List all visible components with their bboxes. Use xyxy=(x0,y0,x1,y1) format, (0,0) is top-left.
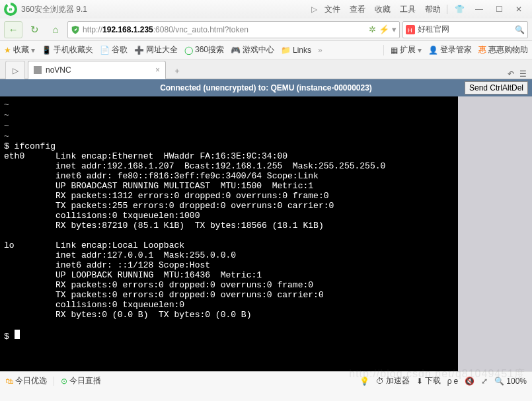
back-button[interactable]: ← xyxy=(4,21,22,38)
close-button[interactable]: ✕ xyxy=(510,3,528,16)
url-field[interactable]: http://192.168.1.235:6080/vnc_auto.html?… xyxy=(67,21,400,38)
bookmark-bar: ★收藏▾ 📱手机收藏夹 📄谷歌 ➕网址大全 ◯360搜索 🎮游戏中心 📁Link… xyxy=(0,41,532,59)
svg-rect-2 xyxy=(34,66,42,74)
menu-favorites[interactable]: 收藏 xyxy=(375,4,391,15)
bookmark-links[interactable]: 📁Links xyxy=(281,46,311,55)
compat-icon[interactable]: ✲ xyxy=(369,24,376,34)
minimize-button[interactable]: — xyxy=(470,3,488,16)
status-today-picks[interactable]: 🛍今日优选 xyxy=(5,375,47,386)
extensions-button[interactable]: ▦扩展▾ xyxy=(391,44,422,55)
skin-button[interactable]: 👕 xyxy=(450,3,469,16)
window-titlebar: 360安全浏览器 9.1 ▷ 文件 查看 收藏 工具 帮助 👕 — ☐ ✕ xyxy=(0,0,532,18)
tab-novnc[interactable]: noVNC × xyxy=(28,61,166,79)
browser-status-bar: 🛍今日优选 ⊙今日直播 💡 ⏱加速器 ⬇下载 ρe 🔇 ⤢ 🔍100% xyxy=(0,371,532,390)
tab-list-button[interactable]: ▷ xyxy=(5,61,25,79)
browser-title: 360安全浏览器 9.1 xyxy=(21,4,87,15)
tab-menu-icon[interactable]: ☰ xyxy=(519,69,527,79)
status-accelerator[interactable]: ⏱加速器 xyxy=(376,375,410,386)
vnc-viewport[interactable]: ~ ~ ~ ~ $ ifconfig eth0 Link encap:Ether… xyxy=(0,96,532,371)
status-full-icon[interactable]: ⤢ xyxy=(481,377,488,386)
status-mute-icon[interactable]: 🔇 xyxy=(465,377,475,386)
send-ctrlaltdel-button[interactable]: Send CtrlAltDel xyxy=(465,81,528,94)
search-engine-icon: H xyxy=(406,25,415,34)
lightning-icon[interactable]: ⚡ xyxy=(379,24,389,34)
bookmark-overflow-icon[interactable]: » xyxy=(318,46,323,55)
huihui-shop[interactable]: 惠惠惠购物助 xyxy=(478,44,528,55)
bookmark-games[interactable]: 🎮游戏中心 xyxy=(231,44,274,55)
address-bar: ← ↻ ⌂ http://192.168.1.235:6080/vnc_auto… xyxy=(0,18,532,41)
bookmark-google[interactable]: 📄谷歌 xyxy=(100,44,128,55)
new-tab-button[interactable]: ＋ xyxy=(169,63,186,79)
menu-tools[interactable]: 工具 xyxy=(400,4,416,15)
dropdown-icon[interactable]: ▾ xyxy=(392,24,397,34)
shield-icon xyxy=(71,25,80,34)
browser-logo-icon xyxy=(4,3,17,16)
status-tip-icon[interactable]: 💡 xyxy=(360,377,369,386)
maximize-button[interactable]: ☐ xyxy=(490,3,508,16)
reload-button[interactable]: ↻ xyxy=(25,21,44,38)
tab-close-icon[interactable]: × xyxy=(155,65,160,75)
menu-arrow-icon[interactable]: ▷ xyxy=(311,5,317,14)
bookmark-sites[interactable]: ➕网址大全 xyxy=(134,44,178,55)
status-download[interactable]: ⬇下载 xyxy=(416,375,441,386)
tab-favicon xyxy=(34,66,42,74)
undo-close-tab-icon[interactable]: ↶ xyxy=(508,69,514,79)
svg-text:H: H xyxy=(408,26,412,33)
search-field[interactable]: H 好租官网 🔍 xyxy=(402,21,528,38)
search-text: 好租官网 xyxy=(418,24,512,35)
vnc-status-text: Connected (unencrypted) to: QEMU (instan… xyxy=(160,83,372,92)
favorites-button[interactable]: ★收藏▾ xyxy=(4,44,35,55)
bookmark-mobile[interactable]: 📱手机收藏夹 xyxy=(42,44,93,55)
tab-label: noVNC xyxy=(46,65,151,75)
tab-bar: ▷ noVNC × ＋ ↶ ☰ xyxy=(0,59,532,79)
home-button[interactable]: ⌂ xyxy=(46,21,65,38)
bookmark-360search[interactable]: ◯360搜索 xyxy=(184,44,224,55)
login-manager[interactable]: 👤登录管家 xyxy=(428,44,472,55)
menu-help[interactable]: 帮助 xyxy=(425,4,441,15)
menu-file[interactable]: 文件 xyxy=(324,4,340,15)
terminal[interactable]: ~ ~ ~ ~ $ ifconfig eth0 Link encap:Ether… xyxy=(0,96,458,371)
url-text: http://192.168.1.235:6080/vnc_auto.html?… xyxy=(83,25,366,34)
vnc-status-bar: Connected (unencrypted) to: QEMU (instan… xyxy=(0,79,532,96)
status-e[interactable]: ρe xyxy=(447,377,459,386)
status-today-live[interactable]: ⊙今日直播 xyxy=(61,375,101,386)
search-icon[interactable]: 🔍 xyxy=(515,25,525,34)
status-zoom[interactable]: 🔍100% xyxy=(494,377,527,386)
menu-view[interactable]: 查看 xyxy=(350,4,365,15)
